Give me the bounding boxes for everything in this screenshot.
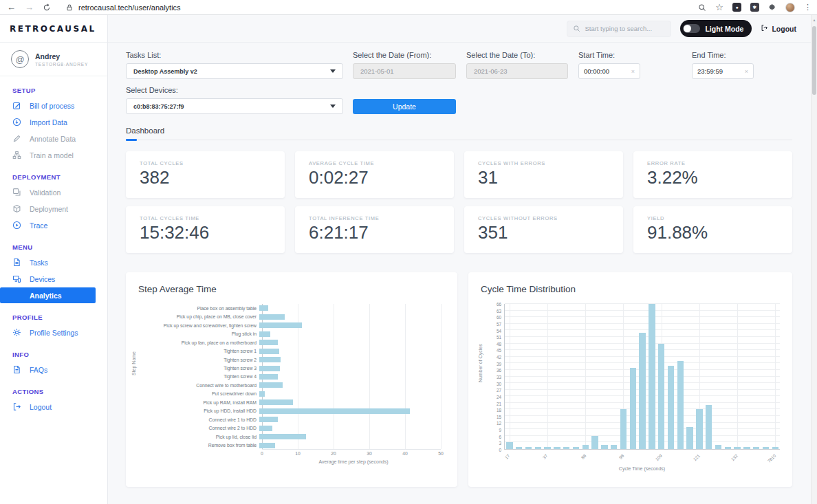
sidebar-item-tasks[interactable]: Tasks bbox=[0, 254, 107, 270]
update-button[interactable]: Update bbox=[353, 99, 456, 114]
y-tick-label: 57 bbox=[497, 321, 501, 326]
stat-card-total-cycles-time: TOTAL CYCLES TIME15:32:46 bbox=[126, 206, 285, 253]
sidebar-item-devices[interactable]: Devices bbox=[0, 271, 107, 287]
y-tick-label: 60 bbox=[497, 315, 501, 320]
chevron-down-icon bbox=[330, 69, 336, 73]
bar-track bbox=[259, 322, 441, 328]
sidebar-item-faqs[interactable]: FAQs bbox=[0, 362, 107, 377]
y-tick-label: 42 bbox=[497, 355, 501, 360]
reload-icon[interactable] bbox=[43, 3, 51, 12]
bar-slot bbox=[770, 304, 780, 449]
bookmark-star-icon[interactable]: ☆ bbox=[715, 3, 723, 12]
end-time-input[interactable]: 23:59:59 × bbox=[692, 63, 754, 79]
chart-row: Pick up HDD, install HDD bbox=[138, 407, 445, 415]
step-average-time-chart: Step Average Time Place box on assembly … bbox=[126, 272, 457, 487]
sidebar-item-label: Annotate Data bbox=[30, 135, 76, 143]
stat-card-error-rate: ERROR RATE3.22% bbox=[633, 151, 792, 198]
devices-select[interactable]: c0:b8:83:75:27:f9 bbox=[126, 98, 343, 114]
x-tick-label: 88 bbox=[580, 453, 587, 460]
step-label: Connect wire 1 to HDD bbox=[138, 417, 259, 422]
step-label: Pick up lid, close lid bbox=[138, 435, 259, 439]
sidebar-item-bill-of-process[interactable]: Bill of process bbox=[0, 98, 107, 113]
clear-icon[interactable]: × bbox=[631, 68, 635, 75]
sidebar-item-annotate-data[interactable]: Annotate Data bbox=[0, 131, 107, 146]
stat-card-total-cycles: TOTAL CYCLES382 bbox=[126, 151, 285, 198]
charts-row: Step Average Time Place box on assembly … bbox=[126, 272, 792, 487]
step-label: Tighten screw 4 bbox=[138, 374, 259, 379]
sidebar-item-import-data[interactable]: Import Data bbox=[0, 114, 107, 130]
stat-label: CYCLES WITHOUT ERRORS bbox=[478, 215, 609, 221]
sidebar-item-label: Validation bbox=[30, 188, 61, 197]
sidebar-item-label: Bill of process bbox=[30, 102, 74, 110]
kebab-menu-icon[interactable]: ⋮ bbox=[804, 3, 811, 12]
tasks-list-select[interactable]: Desktop Assembly v2 bbox=[126, 63, 343, 79]
sidebar-item-analytics[interactable]: Analytics bbox=[0, 287, 96, 303]
stat-label: TOTAL INFERENCE TIME bbox=[309, 215, 440, 221]
sidebar-item-train-a-model[interactable]: Train a model bbox=[0, 147, 107, 163]
start-time-input[interactable]: 00:00:00 × bbox=[578, 63, 640, 79]
bar bbox=[259, 417, 278, 422]
toggle-knob[interactable] bbox=[684, 25, 691, 32]
y-tick-label: 6 bbox=[499, 434, 501, 439]
bar-slot bbox=[761, 304, 771, 449]
extensions-puzzle-icon[interactable] bbox=[768, 3, 776, 12]
search-input[interactable] bbox=[567, 21, 671, 37]
y-tick-label: 45 bbox=[497, 348, 501, 353]
zoom-icon[interactable] bbox=[698, 3, 706, 12]
sidebar-item-trace[interactable]: Trace bbox=[0, 217, 107, 233]
bar-slot bbox=[543, 304, 552, 449]
windows-icon bbox=[12, 188, 21, 197]
sidebar-item-validation[interactable]: Validation bbox=[0, 184, 107, 200]
chart-title: Step Average Time bbox=[138, 284, 445, 294]
logout-button[interactable]: Logout bbox=[761, 24, 796, 33]
step-label: Pick up RAM, install RAM bbox=[138, 400, 259, 405]
light-mode-toggle[interactable]: Light Mode bbox=[680, 20, 752, 37]
step-label: Connect wire 2 to HDD bbox=[138, 426, 259, 430]
page-scrollbar[interactable]: ▲ bbox=[811, 15, 817, 504]
end-time-value: 23:59:59 bbox=[697, 67, 723, 75]
sidebar-item-label: Profile Settings bbox=[30, 329, 78, 337]
bar bbox=[259, 391, 265, 397]
back-icon[interactable]: ← bbox=[7, 3, 16, 12]
bar-slot bbox=[685, 304, 695, 449]
x-tick-label: 40 bbox=[402, 451, 408, 456]
step-label: Tighten screw 1 bbox=[138, 349, 259, 353]
content: Tasks List: Desktop Assembly v2 Select t… bbox=[108, 43, 817, 504]
sidebar-item-profile-settings[interactable]: Profile Settings bbox=[0, 325, 107, 340]
bar bbox=[725, 447, 731, 449]
bar-track bbox=[259, 443, 441, 448]
bar-slot bbox=[619, 304, 629, 449]
date-from-input[interactable]: 2021-05-01 bbox=[353, 63, 456, 79]
stat-value: 31 bbox=[478, 167, 609, 188]
profile-avatar[interactable] bbox=[785, 3, 795, 12]
y-tick-label: 9 bbox=[499, 428, 501, 432]
sidebar-item-label: FAQs bbox=[30, 366, 47, 374]
search-field[interactable] bbox=[585, 25, 664, 32]
logo-block: RETROCAUSAL bbox=[0, 15, 107, 43]
date-to-input[interactable]: 2021-06-23 bbox=[466, 63, 568, 79]
scrollbar-thumb[interactable] bbox=[812, 26, 816, 95]
user-block: @ Andrey TESTORG8-ANDREY bbox=[0, 43, 107, 76]
light-mode-label: Light Mode bbox=[705, 25, 743, 33]
extension-icon[interactable]: ✱ bbox=[750, 3, 759, 12]
address-bar[interactable]: retrocausal.tech/user/analytics bbox=[60, 3, 689, 12]
sidebar-item-deployment[interactable]: Deployment bbox=[0, 201, 107, 217]
clear-icon[interactable]: × bbox=[745, 68, 748, 75]
bar bbox=[573, 447, 579, 449]
x-tick-label: 30 bbox=[367, 451, 372, 456]
toggle-track[interactable] bbox=[683, 24, 700, 33]
bar bbox=[525, 447, 532, 449]
tab-dashboard[interactable]: Dashboard bbox=[126, 127, 164, 140]
scroll-up-icon[interactable]: ▲ bbox=[811, 15, 817, 22]
forward-icon[interactable]: → bbox=[25, 3, 34, 12]
sidebar-item-logout[interactable]: Logout bbox=[0, 399, 107, 415]
bar-slot bbox=[704, 304, 714, 449]
user-org: TESTORG8-ANDREY bbox=[35, 62, 88, 67]
sidebar-section-heading-actions: ACTIONS bbox=[12, 388, 107, 395]
bar bbox=[563, 447, 569, 449]
bar bbox=[668, 366, 674, 449]
y-tick-label: 54 bbox=[497, 328, 501, 333]
chart-row: Pick up lid, close lid bbox=[138, 432, 445, 441]
extension-icon[interactable]: ● bbox=[732, 3, 741, 12]
step-label: Tighten screw 3 bbox=[138, 366, 259, 371]
